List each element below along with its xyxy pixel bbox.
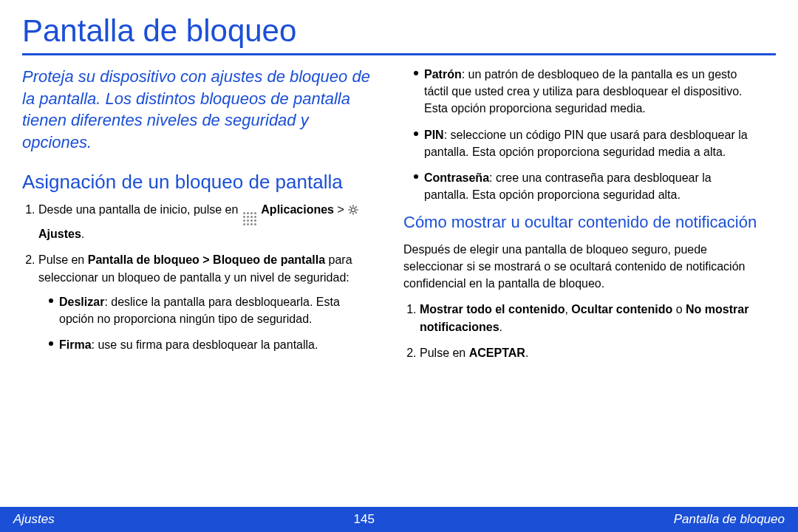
bold-apps: Aplicaciones — [261, 203, 334, 216]
step-text: Pulse en — [420, 347, 469, 359]
step-item: Pulse en ACEPTAR. — [420, 344, 758, 361]
bold-settings: Ajustes — [38, 228, 81, 240]
desc: : un patrón de desbloqueo de la pantalla… — [424, 68, 742, 115]
bold-option: Mostrar todo el contenido — [420, 303, 565, 316]
list-item: Firma: use su firma para desbloquear la … — [49, 336, 377, 353]
step-text: Desde una pantalla de inicio, pulse en — [38, 203, 242, 216]
section-heading-notification-content: Cómo mostrar u ocultar contenido de noti… — [403, 212, 758, 233]
steps-list-2: Mostrar todo el contenido, Ocultar conte… — [403, 301, 758, 361]
term: Contraseña — [424, 171, 489, 184]
list-item: Contraseña: cree una contraseña para des… — [414, 169, 758, 203]
title-rule — [22, 53, 776, 55]
gear-icon — [347, 204, 359, 216]
two-column-layout: Proteja su dispositivo con ajustes de bl… — [22, 66, 776, 370]
footer-right: Pantalla de bloqueo — [674, 512, 785, 527]
bullets-left: Deslizar: deslice la pantalla para desbl… — [38, 293, 377, 354]
footer-left: Ajustes — [13, 512, 55, 527]
list-item: Deslizar: deslice la pantalla para desbl… — [49, 293, 377, 327]
bold-option: Ocultar contenido — [571, 303, 672, 316]
svg-line-7 — [350, 212, 352, 214]
term: Patrón — [424, 68, 462, 81]
step-item: Desde una pantalla de inicio, pulse en A… — [38, 201, 377, 242]
step-item: Pulse en Pantalla de bloqueo > Bloqueo d… — [38, 251, 377, 353]
step-text: o — [672, 303, 686, 316]
svg-point-0 — [352, 208, 355, 212]
term: Deslizar — [59, 296, 104, 308]
steps-list: Desde una pantalla de inicio, pulse en A… — [22, 201, 377, 353]
step-text: > — [334, 203, 347, 216]
apps-grid-icon — [243, 212, 256, 225]
page-footer: Ajustes 145 Pantalla de bloqueo — [0, 507, 798, 532]
right-column: Patrón: un patrón de desbloqueo de la pa… — [403, 66, 758, 370]
svg-line-5 — [350, 207, 352, 208]
list-item: PIN: seleccione un código PIN que usará … — [414, 126, 758, 160]
step-text: . — [81, 228, 84, 240]
bold-path: Pantalla de bloqueo > Bloqueo de pantall… — [88, 253, 325, 266]
desc: : seleccione un código PIN que usará par… — [424, 129, 748, 158]
step-text: . — [499, 321, 502, 333]
intro-paragraph: Proteja su dispositivo con ajustes de bl… — [22, 66, 377, 154]
step-item: Mostrar todo el contenido, Ocultar conte… — [420, 301, 758, 335]
term: PIN — [424, 129, 444, 141]
step-text: , — [565, 303, 571, 316]
list-item: Patrón: un patrón de desbloqueo de la pa… — [414, 66, 758, 117]
section-heading-assign-lock: Asignación de un bloqueo de pantalla — [22, 170, 377, 194]
step-text: . — [525, 347, 528, 359]
step-text: Pulse en — [38, 253, 88, 266]
desc: : use su firma para desbloquear la panta… — [92, 338, 318, 351]
bullets-right: Patrón: un patrón de desbloqueo de la pa… — [403, 66, 758, 203]
section2-paragraph: Después de elegir una pantalla de bloque… — [403, 241, 758, 293]
footer-page-number: 145 — [354, 512, 375, 527]
svg-line-8 — [355, 207, 357, 208]
bold-accept: ACEPTAR — [469, 347, 525, 359]
page-title: Pantalla de bloqueo — [22, 13, 776, 53]
left-column: Proteja su dispositivo con ajustes de bl… — [22, 66, 377, 370]
term: Firma — [59, 338, 92, 351]
svg-line-6 — [355, 212, 357, 214]
document-page: Pantalla de bloqueo Proteja su dispositi… — [0, 0, 798, 532]
